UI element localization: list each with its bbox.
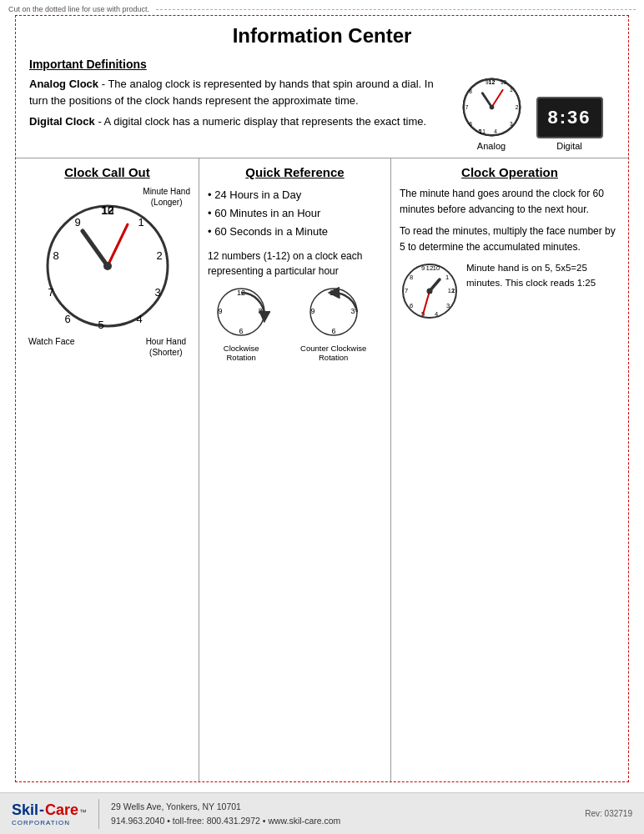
svg-text:6: 6 — [331, 327, 335, 335]
svg-text:6: 6 — [239, 327, 244, 335]
footer-phone: 914.963.2040 • toll-free: 800.431.2972 •… — [111, 814, 340, 828]
svg-text:9: 9 — [219, 307, 223, 315]
svg-text:9: 9 — [74, 216, 80, 229]
quick-reference-heading: Quick Reference — [208, 165, 382, 179]
svg-text:8: 8 — [410, 274, 413, 281]
svg-text:11: 11 — [448, 287, 455, 294]
bullet-item-2: 60 Minutes in an Hour — [208, 204, 382, 223]
svg-text:3: 3 — [154, 286, 160, 299]
callout-heading: Clock Call Out — [24, 165, 190, 179]
three-column-section: Clock Call Out Minute Hand(Longer) 12 1 … — [16, 158, 628, 781]
svg-text:10: 10 — [433, 264, 440, 272]
svg-point-26 — [489, 105, 494, 110]
counter-clockwise-rotation: 12 3 6 9 Counter Clo — [284, 287, 382, 362]
bullet-list: 24 Hours in a Day 60 Minutes in an Hour … — [208, 186, 382, 242]
logo-hyphen: - — [39, 801, 44, 819]
svg-text:1: 1 — [510, 87, 513, 93]
clock-pair: 12 1 2 3 4 5 6 7 8 9 — [460, 76, 603, 151]
svg-text:7: 7 — [405, 287, 408, 294]
analog-clock-label: Analog — [477, 141, 506, 151]
svg-text:11: 11 — [479, 128, 486, 134]
svg-text:6: 6 — [64, 313, 70, 325]
svg-text:6: 6 — [469, 121, 472, 127]
logo-corp: CORPORATION — [12, 819, 70, 826]
footer-address: 29 Wells Ave, Yonkers, NY 10701 — [111, 800, 340, 814]
svg-text:8: 8 — [53, 249, 58, 262]
logo-care: Care — [45, 801, 78, 819]
example-clock-svg: 12 1 2 3 4 5 6 7 8 9 10 11 — [400, 261, 460, 321]
operation-text-1: The minute hand goes around the clock fo… — [400, 186, 620, 217]
digital-term: Digital Clock — [29, 115, 95, 128]
digital-definition: Digital Clock - A digital clock has a nu… — [29, 113, 440, 130]
logo-skil: Skil — [12, 801, 38, 819]
svg-text:7: 7 — [465, 104, 468, 110]
clockwise-label: Clockwise Rotation — [208, 344, 274, 362]
cut-line: Cut on the dotted line for use with prod… — [0, 0, 644, 15]
cut-line-text: Cut on the dotted line for use with prod… — [8, 5, 149, 13]
logo-tm: ™ — [79, 808, 87, 816]
analog-term: Analog Clock — [29, 78, 98, 90]
main-card: Information Center Important Definitions… — [15, 15, 629, 782]
definitions-heading: Important Definitions — [29, 58, 615, 71]
svg-text:4: 4 — [136, 313, 142, 325]
svg-text:3: 3 — [259, 307, 263, 315]
clockwise-rotation: 12 3 6 9 Clockwise R — [208, 287, 274, 362]
bullet-item-1: 24 Hours in a Day — [208, 186, 382, 204]
operation-text-2: To read the minutes, multiply the face n… — [400, 224, 620, 254]
ref-note: 12 numbers (1-12) on a clock each repres… — [208, 249, 382, 279]
clock-callout-column: Clock Call Out Minute Hand(Longer) 12 1 … — [16, 158, 199, 781]
example-text: Minute hand is on 5, 5x5=25 minutes. Thi… — [466, 261, 620, 290]
callout-labels: Watch Face Hour Hand(Shorter) — [24, 336, 190, 358]
footer-rev: Rev: 032719 — [585, 809, 632, 818]
footer-divider — [98, 799, 99, 829]
svg-text:12: 12 — [488, 79, 495, 85]
svg-text:3: 3 — [446, 302, 450, 309]
footer: Skil - Care ™ CORPORATION 29 Wells Ave, … — [0, 792, 644, 834]
page-title: Information Center — [16, 16, 628, 54]
svg-text:9: 9 — [421, 264, 425, 272]
svg-text:1: 1 — [445, 274, 449, 281]
analog-definition: Analog Clock - The analog clock is repre… — [29, 76, 440, 108]
logo-line: Skil - Care ™ — [12, 801, 87, 819]
svg-text:3: 3 — [510, 121, 513, 127]
definitions-content: Analog Clock - The analog clock is repre… — [29, 76, 615, 151]
watch-face-label: Watch Face — [28, 336, 75, 358]
definitions-text: Analog Clock - The analog clock is repre… — [29, 76, 440, 135]
digital-clock-display: 8:36 — [536, 97, 603, 138]
svg-point-41 — [103, 262, 112, 270]
svg-text:9: 9 — [486, 79, 489, 85]
counter-label: Counter Clockwise Rotation — [284, 344, 382, 362]
svg-text:1: 1 — [138, 216, 143, 229]
digital-clock-item: 8:36 Digital — [536, 97, 603, 151]
svg-text:5: 5 — [98, 319, 103, 331]
svg-text:9: 9 — [310, 307, 314, 315]
operation-heading: Clock Operation — [400, 165, 620, 179]
svg-point-67 — [427, 289, 433, 294]
svg-text:4: 4 — [435, 310, 438, 318]
digital-def-text: - A digital clock has a numeric display … — [98, 115, 426, 128]
svg-text:3: 3 — [350, 307, 355, 315]
rotation-diagrams: 12 3 6 9 Clockwise R — [208, 287, 382, 362]
analog-clock-svg: 12 1 2 3 4 5 6 7 8 9 — [460, 76, 523, 138]
analog-clock-item: 12 1 2 3 4 5 6 7 8 9 — [460, 76, 523, 151]
callout-clock-svg: 12 1 2 3 4 5 6 7 8 9 10 — [41, 199, 174, 333]
svg-text:10: 10 — [500, 79, 506, 85]
quick-reference-column: Quick Reference 24 Hours in a Day 60 Min… — [199, 158, 391, 781]
bullet-item-3: 60 Seconds in a Minute — [208, 223, 382, 241]
clockwise-svg: 12 3 6 9 — [212, 287, 270, 341]
footer-info: 29 Wells Ave, Yonkers, NY 10701 914.963.… — [111, 800, 340, 828]
svg-text:7: 7 — [48, 286, 53, 299]
svg-text:10: 10 — [101, 204, 113, 217]
counter-clockwise-svg: 12 3 6 9 — [304, 287, 363, 341]
clock-illustrations: 12 1 2 3 4 5 6 7 8 9 — [448, 76, 615, 151]
svg-text:4: 4 — [494, 128, 497, 134]
page: Cut on the dotted line for use with prod… — [0, 0, 644, 834]
digital-clock-label: Digital — [556, 141, 582, 151]
clock-operation-column: Clock Operation The minute hand goes aro… — [391, 158, 628, 781]
svg-text:6: 6 — [410, 302, 413, 309]
hour-hand-label: Hour Hand(Shorter) — [146, 336, 186, 358]
footer-logo: Skil - Care ™ CORPORATION — [12, 801, 87, 826]
definitions-section: Important Definitions Analog Clock - The… — [16, 54, 628, 158]
operation-example: 12 1 2 3 4 5 6 7 8 9 10 11 — [400, 261, 620, 321]
cut-dashes — [156, 9, 636, 10]
